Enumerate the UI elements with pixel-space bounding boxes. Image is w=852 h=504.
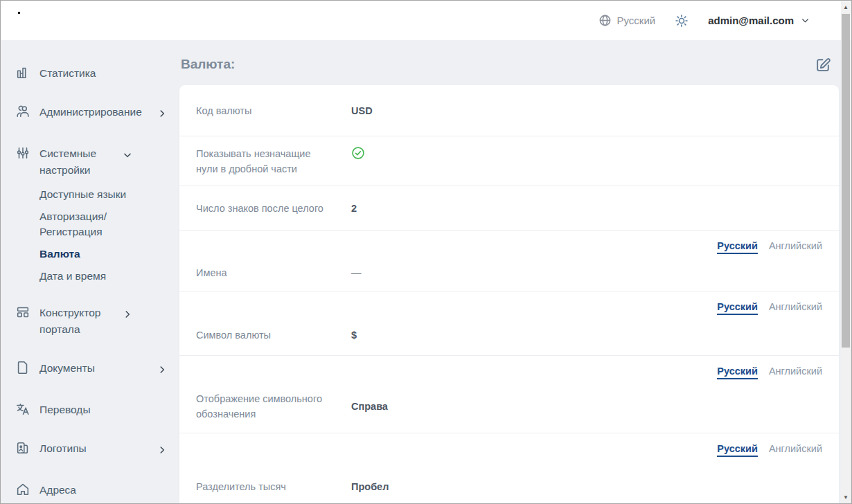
field-label: Отображение символьного обозначения xyxy=(196,391,335,422)
theme-toggle-button[interactable] xyxy=(675,14,689,28)
sidebar-item-addresses[interactable]: Адреса xyxy=(15,482,168,498)
sidebar-item-statistics[interactable]: Статистика xyxy=(15,65,168,82)
layout-icon xyxy=(15,305,31,320)
bar-chart-icon xyxy=(15,65,31,80)
enabled-check-icon xyxy=(351,146,365,160)
scrollbar-thumb[interactable] xyxy=(842,14,850,348)
language-switcher[interactable]: Русский xyxy=(598,14,656,27)
sidebar-item-label: Администрирование xyxy=(39,104,157,120)
currency-settings-card: Код валюты USD Показывать незначащие нул… xyxy=(179,85,839,504)
row-show-trailing-zeros: Показывать незначащие нули в дробной час… xyxy=(179,136,839,186)
tab-language-english[interactable]: Английский xyxy=(769,443,822,457)
field-value: USD xyxy=(351,105,373,116)
sidebar-item-administration[interactable]: Администрирование xyxy=(15,104,168,123)
field-label: Код валюты xyxy=(196,103,335,118)
field-value: — xyxy=(351,267,362,278)
edit-pencil-icon xyxy=(815,56,832,73)
sidebar-item-translations[interactable]: Переводы xyxy=(15,402,168,418)
chevron-right-icon xyxy=(123,307,134,324)
user-email: admin@mail.com xyxy=(708,15,794,26)
row-currency-code: Код валюты USD xyxy=(179,85,839,136)
scrollbar-down-arrow[interactable]: ▼ xyxy=(841,492,851,503)
language-switcher-label: Русский xyxy=(617,15,656,26)
logo-placeholder-dot xyxy=(18,12,20,14)
submenu-item-auth-registration[interactable]: Авторизация/Регистрация xyxy=(39,209,161,240)
sidebar-item-label: Конструктор портала xyxy=(39,305,123,338)
chevron-right-icon xyxy=(157,363,168,379)
edit-button[interactable] xyxy=(815,56,832,73)
chevron-right-icon xyxy=(157,443,168,460)
chevron-right-icon xyxy=(157,107,168,123)
submenu-item-available-languages[interactable]: Доступные языки xyxy=(39,187,161,202)
home-icon xyxy=(15,482,31,497)
sidebar-item-label: Статистика xyxy=(39,65,168,82)
field-value: Справа xyxy=(351,401,388,412)
scrollbar-up-arrow[interactable]: ▲ xyxy=(841,1,851,12)
tab-language-russian[interactable]: Русский xyxy=(717,240,758,254)
sliders-icon xyxy=(15,145,31,161)
main-content: Валюта: Код валюты USD Показы xyxy=(178,40,851,504)
tab-language-english[interactable]: Английский xyxy=(769,240,822,254)
tab-language-english[interactable]: Английский xyxy=(769,366,822,379)
field-value: Пробел xyxy=(351,481,389,492)
user-account-menu[interactable]: admin@mail.com xyxy=(708,15,810,26)
field-label: Имена xyxy=(196,265,335,280)
sidebar-item-label: Логотипы xyxy=(39,440,157,457)
chevron-down-icon xyxy=(123,148,134,165)
row-symbol-position: Русский Английский Отображение символьно… xyxy=(179,356,839,433)
field-label: Число знаков после целого xyxy=(196,201,335,216)
submenu-item-date-time[interactable]: Дата и время xyxy=(39,269,161,284)
sidebar-item-logos[interactable]: Логотипы xyxy=(15,440,168,460)
row-currency-symbol: Русский Английский Символ валюты $ xyxy=(179,291,839,356)
field-value: 2 xyxy=(351,203,357,214)
sidebar-item-system-settings[interactable]: Системные настройки xyxy=(15,145,168,179)
row-decimal-digits: Число знаков после целого 2 xyxy=(179,186,839,231)
logos-icon xyxy=(15,440,31,456)
translate-icon xyxy=(15,402,31,417)
tab-language-russian[interactable]: Русский xyxy=(717,443,758,457)
globe-icon xyxy=(598,14,612,27)
row-names: Русский Английский Имена — xyxy=(179,231,839,291)
row-thousands-separator: Русский Английский Разделитель тысяч Про… xyxy=(179,433,839,504)
page-title: Валюта: xyxy=(181,57,235,72)
tab-language-english[interactable]: Английский xyxy=(769,301,822,315)
chevron-down-icon xyxy=(801,16,810,25)
system-settings-submenu: Доступные языки Авторизация/Регистрация … xyxy=(39,187,168,284)
sun-icon xyxy=(675,14,689,28)
document-icon xyxy=(15,360,31,375)
sidebar-item-label: Переводы xyxy=(39,402,168,418)
field-label: Показывать незначащие нули в дробной час… xyxy=(196,146,335,177)
field-value: $ xyxy=(351,330,357,341)
sidebar-item-label: Документы xyxy=(39,360,157,377)
sidebar-item-portal-constructor[interactable]: Конструктор портала xyxy=(15,305,168,338)
users-icon xyxy=(15,104,31,119)
sidebar-item-label: Системные настройки xyxy=(39,145,123,179)
field-label: Разделитель тысяч xyxy=(196,479,335,494)
submenu-item-currency[interactable]: Валюта xyxy=(39,246,161,262)
field-label: Символ валюты xyxy=(196,327,335,343)
vertical-scrollbar[interactable]: ▲ ▼ xyxy=(841,1,851,503)
sidebar-item-documents[interactable]: Документы xyxy=(15,360,168,379)
tab-language-russian[interactable]: Русский xyxy=(717,366,758,379)
sidebar-navigation: Статистика Администрирование xyxy=(1,40,178,504)
top-header: Русский admin@mail.com xyxy=(1,1,851,40)
sidebar-item-label: Адреса xyxy=(39,482,168,498)
tab-language-russian[interactable]: Русский xyxy=(717,301,758,315)
